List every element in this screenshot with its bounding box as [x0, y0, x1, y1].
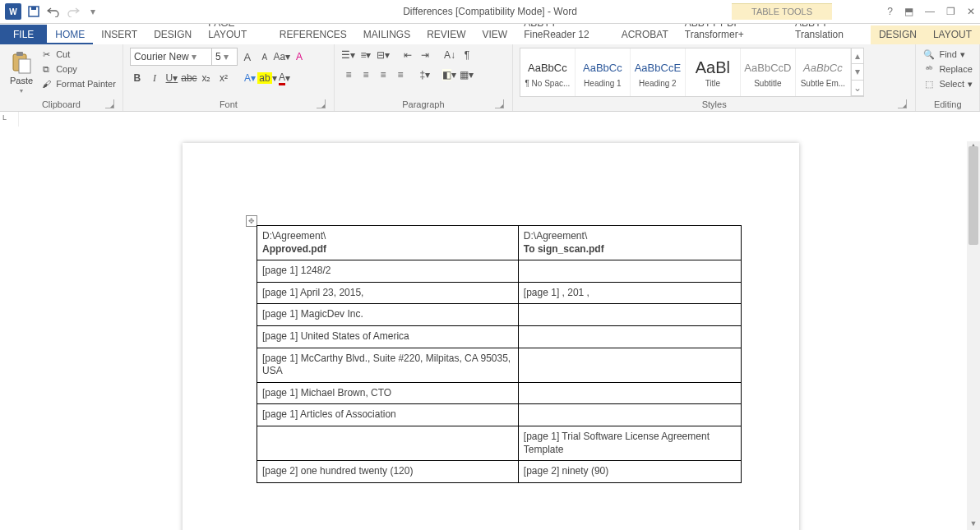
font-color-button[interactable]: A▾: [277, 71, 292, 85]
table-cell[interactable]: [257, 426, 519, 460]
shading-button[interactable]: ◧▾: [442, 67, 457, 82]
show-marks-button[interactable]: ¶: [460, 48, 474, 62]
cut-button[interactable]: ✂Cut: [39, 48, 116, 61]
close-icon[interactable]: ✕: [967, 6, 975, 17]
strikethrough-button[interactable]: abc: [182, 71, 196, 85]
borders-button[interactable]: ▦▾: [460, 67, 474, 82]
styles-gallery-more[interactable]: ▴▾⌄: [851, 48, 863, 96]
replace-button[interactable]: ᵃᵇReplace: [922, 62, 973, 76]
table-cell[interactable]: [page 1] Articles of Association: [257, 404, 519, 426]
styles-dialog-launcher[interactable]: [898, 99, 907, 108]
find-button[interactable]: 🔍Find ▾: [922, 48, 973, 61]
table-cell[interactable]: [518, 304, 741, 326]
table-cell[interactable]: [page 1] United States of America: [257, 325, 519, 348]
table-cell[interactable]: D:\Agreement\To sign_scan.pdf: [518, 226, 741, 260]
style-title[interactable]: AaBlTitle: [686, 48, 741, 96]
styles-gallery[interactable]: AaBbCc¶ No Spac... AaBbCcHeading 1 AaBbC…: [520, 48, 864, 97]
tab-insert[interactable]: INSERT: [93, 25, 146, 44]
help-icon[interactable]: ?: [887, 6, 893, 17]
line-spacing-button[interactable]: ‡▾: [418, 67, 432, 82]
table-cell[interactable]: [page 1] 1248/2: [257, 260, 519, 283]
document-page[interactable]: ✥ D:\Agreement\Approved.pdf D:\Agreement…: [183, 143, 799, 530]
tab-view[interactable]: VIEW: [474, 25, 516, 44]
scrollbar-thumb[interactable]: [968, 146, 978, 245]
font-dialog-launcher[interactable]: [317, 99, 326, 108]
scroll-down-icon[interactable]: ▼: [967, 519, 980, 530]
group-font: Courier New▾ 5▾ A A Aa▾ A B I U▾ abc x₂ …: [123, 44, 335, 111]
table-cell[interactable]: [518, 325, 741, 348]
text-effects-button[interactable]: A▾: [243, 71, 257, 85]
restore-icon[interactable]: ❐: [946, 6, 955, 17]
subscript-button[interactable]: x₂: [199, 71, 214, 85]
format-painter-button[interactable]: 🖌Format Painter: [39, 77, 116, 90]
comparison-table[interactable]: D:\Agreement\Approved.pdf D:\Agreement\T…: [257, 225, 742, 483]
underline-button[interactable]: U▾: [164, 71, 179, 85]
ribbon: Paste ▾ ✂Cut ⧉Copy 🖌Format Painter Clipb…: [0, 44, 980, 112]
tab-references[interactable]: REFERENCES: [271, 25, 355, 44]
table-cell[interactable]: [518, 260, 741, 283]
tab-acrobat[interactable]: ACROBAT: [613, 25, 677, 44]
decrease-indent-button[interactable]: ⇤: [400, 48, 415, 62]
font-size-combo[interactable]: 5▾: [212, 48, 238, 66]
sort-button[interactable]: A↓: [442, 48, 457, 62]
group-paragraph: ☰▾ ≡▾ ⊟▾ ⇤ ⇥ A↓ ¶ ≡ ≡ ≡ ≡ ‡▾ ◧▾ ▦▾: [335, 44, 513, 111]
change-case-button[interactable]: Aa▾: [275, 49, 289, 64]
font-name-combo[interactable]: Courier New▾: [130, 48, 212, 66]
tab-home[interactable]: HOME: [47, 25, 93, 44]
bold-button[interactable]: B: [130, 71, 145, 85]
qat-customize-icon[interactable]: ▾: [86, 4, 100, 19]
tab-mailings[interactable]: MAILINGS: [355, 25, 418, 44]
table-cell[interactable]: D:\Agreement\Approved.pdf: [257, 226, 519, 260]
tab-file[interactable]: FILE: [0, 25, 47, 44]
tab-review[interactable]: REVIEW: [418, 25, 474, 44]
table-cell[interactable]: [518, 404, 741, 426]
align-center-button[interactable]: ≡: [358, 67, 373, 82]
tab-table-design[interactable]: DESIGN: [871, 25, 925, 44]
paste-button[interactable]: Paste ▾: [7, 48, 36, 94]
table-cell[interactable]: [page 1] , 201 ,: [518, 282, 741, 304]
group-paragraph-label: Paragraph: [341, 99, 506, 111]
increase-indent-button[interactable]: ⇥: [418, 48, 432, 62]
clipboard-dialog-launcher[interactable]: [105, 99, 114, 108]
paragraph-dialog-launcher[interactable]: [495, 99, 504, 108]
style-no-spacing[interactable]: AaBbCc¶ No Spac...: [520, 48, 576, 96]
table-move-handle-icon[interactable]: ✥: [246, 215, 257, 227]
clear-formatting-button[interactable]: A: [292, 49, 307, 64]
superscript-button[interactable]: x²: [216, 71, 231, 85]
justify-button[interactable]: ≡: [393, 67, 408, 82]
tab-design[interactable]: DESIGN: [146, 25, 200, 44]
numbering-button[interactable]: ≡▾: [358, 48, 373, 62]
minimize-icon[interactable]: —: [925, 6, 935, 17]
window-title: Differences [Compatibility Mode] - Word: [403, 6, 577, 17]
style-subtle-emphasis[interactable]: AaBbCcSubtle Em...: [796, 48, 851, 96]
table-cell[interactable]: [page 2] ninety (90): [518, 461, 741, 483]
table-cell[interactable]: [page 1] MagicDev Inc.: [257, 304, 519, 326]
table-cell[interactable]: [page 1] Trial Software License Agreemen…: [518, 426, 741, 460]
table-cell[interactable]: [page 1] McCarthy Blvd., Suite #220, Mil…: [257, 348, 519, 382]
italic-button[interactable]: I: [147, 71, 162, 85]
align-right-button[interactable]: ≡: [376, 67, 391, 82]
vertical-scrollbar[interactable]: ▲ ▼: [967, 141, 980, 530]
style-subtitle[interactable]: AaBbCcDSubtitle: [741, 48, 796, 96]
grow-font-button[interactable]: A: [240, 49, 255, 64]
highlight-button[interactable]: ab▾: [260, 71, 275, 85]
style-heading-2[interactable]: AaBbCcEHeading 2: [631, 48, 686, 96]
align-left-button[interactable]: ≡: [341, 67, 356, 82]
undo-icon[interactable]: [46, 4, 61, 19]
copy-button[interactable]: ⧉Copy: [39, 62, 116, 76]
ribbon-display-icon[interactable]: ⬒: [904, 6, 913, 17]
multilevel-list-button[interactable]: ⊟▾: [376, 48, 391, 62]
bullets-button[interactable]: ☰▾: [341, 48, 356, 62]
tab-table-layout[interactable]: LAYOUT: [925, 25, 980, 44]
select-button[interactable]: ⬚Select ▾: [922, 77, 973, 90]
table-cell[interactable]: [page 2] one hundred twenty (120): [257, 461, 519, 483]
save-icon[interactable]: [26, 4, 41, 19]
shrink-font-button[interactable]: A: [257, 49, 272, 64]
redo-icon[interactable]: [66, 4, 81, 19]
style-heading-1[interactable]: AaBbCcHeading 1: [576, 48, 631, 96]
group-editing-label: Editing: [922, 99, 973, 111]
table-cell[interactable]: [518, 348, 741, 382]
table-cell[interactable]: [page 1] April 23, 2015,: [257, 282, 519, 304]
table-cell[interactable]: [page 1] Michael Brown, CTO: [257, 382, 519, 404]
table-cell[interactable]: [518, 382, 741, 404]
